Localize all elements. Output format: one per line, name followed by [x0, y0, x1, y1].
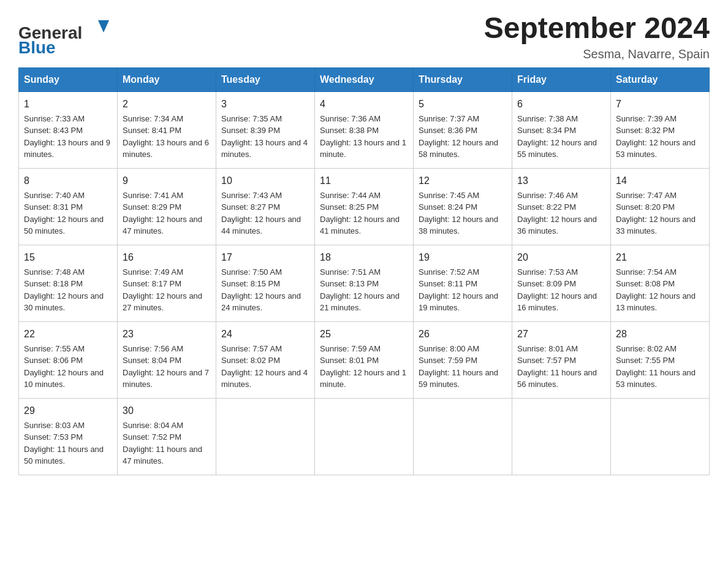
day-info: Sunrise: 7:34 AMSunset: 8:41 PMDaylight:…: [123, 113, 211, 161]
svg-text:Blue: Blue: [18, 38, 56, 57]
calendar-cell: 11Sunrise: 7:44 AMSunset: 8:25 PMDayligh…: [315, 168, 414, 245]
page-header: General Blue September 2024 Sesma, Navar…: [18, 12, 710, 61]
calendar-cell: 29Sunrise: 8:03 AMSunset: 7:53 PMDayligh…: [19, 398, 118, 475]
calendar-title: September 2024: [484, 12, 710, 45]
day-info: Sunrise: 7:39 AMSunset: 8:32 PMDaylight:…: [616, 113, 704, 161]
calendar-week-row: 8Sunrise: 7:40 AMSunset: 8:31 PMDaylight…: [19, 168, 710, 245]
weekday-header-monday: Monday: [118, 67, 216, 91]
day-number: 4: [320, 97, 408, 112]
calendar-cell: 30Sunrise: 8:04 AMSunset: 7:52 PMDayligh…: [118, 398, 216, 475]
day-info: Sunrise: 7:37 AMSunset: 8:36 PMDaylight:…: [419, 113, 507, 161]
day-info: Sunrise: 7:47 AMSunset: 8:20 PMDaylight:…: [616, 190, 704, 237]
day-info: Sunrise: 7:55 AMSunset: 8:06 PMDaylight:…: [24, 343, 112, 391]
calendar-cell: 1Sunrise: 7:33 AMSunset: 8:43 PMDaylight…: [19, 91, 118, 168]
logo-svg: General Blue: [18, 15, 116, 58]
calendar-cell: 17Sunrise: 7:50 AMSunset: 8:15 PMDayligh…: [216, 245, 315, 321]
calendar-cell: 10Sunrise: 7:43 AMSunset: 8:27 PMDayligh…: [216, 168, 315, 245]
day-info: Sunrise: 7:33 AMSunset: 8:43 PMDaylight:…: [24, 113, 112, 161]
logo: General Blue: [18, 15, 116, 58]
day-number: 17: [221, 250, 309, 265]
calendar-cell: 25Sunrise: 7:59 AMSunset: 8:01 PMDayligh…: [315, 321, 414, 398]
weekday-header-tuesday: Tuesday: [216, 67, 315, 91]
calendar-cell: [512, 398, 611, 475]
calendar-cell: 27Sunrise: 8:01 AMSunset: 7:57 PMDayligh…: [512, 321, 611, 398]
day-info: Sunrise: 7:59 AMSunset: 8:01 PMDaylight:…: [320, 343, 408, 391]
calendar-cell: 15Sunrise: 7:48 AMSunset: 8:18 PMDayligh…: [19, 245, 118, 321]
day-info: Sunrise: 7:41 AMSunset: 8:29 PMDaylight:…: [123, 190, 211, 237]
day-info: Sunrise: 7:45 AMSunset: 8:24 PMDaylight:…: [419, 190, 507, 237]
day-number: 3: [221, 97, 309, 112]
day-info: Sunrise: 7:49 AMSunset: 8:17 PMDaylight:…: [123, 266, 211, 314]
day-number: 11: [320, 174, 408, 188]
calendar-cell: [315, 398, 414, 475]
day-number: 26: [419, 327, 507, 342]
calendar-cell: 12Sunrise: 7:45 AMSunset: 8:24 PMDayligh…: [414, 168, 512, 245]
day-info: Sunrise: 8:03 AMSunset: 7:53 PMDaylight:…: [24, 419, 112, 467]
day-number: 8: [24, 174, 112, 188]
day-info: Sunrise: 8:00 AMSunset: 7:59 PMDaylight:…: [419, 343, 507, 391]
weekday-header-thursday: Thursday: [414, 67, 512, 91]
day-number: 22: [24, 327, 112, 342]
day-number: 28: [616, 327, 704, 342]
day-info: Sunrise: 7:48 AMSunset: 8:18 PMDaylight:…: [24, 266, 112, 314]
calendar-cell: 3Sunrise: 7:35 AMSunset: 8:39 PMDaylight…: [216, 91, 315, 168]
weekday-header-wednesday: Wednesday: [315, 67, 414, 91]
calendar-cell: 2Sunrise: 7:34 AMSunset: 8:41 PMDaylight…: [118, 91, 216, 168]
calendar-week-row: 1Sunrise: 7:33 AMSunset: 8:43 PMDaylight…: [19, 91, 710, 168]
day-number: 18: [320, 250, 408, 265]
calendar-table: SundayMondayTuesdayWednesdayThursdayFrid…: [18, 67, 710, 475]
day-info: Sunrise: 7:51 AMSunset: 8:13 PMDaylight:…: [320, 266, 408, 314]
calendar-cell: 5Sunrise: 7:37 AMSunset: 8:36 PMDaylight…: [414, 91, 512, 168]
day-info: Sunrise: 7:44 AMSunset: 8:25 PMDaylight:…: [320, 190, 408, 237]
calendar-cell: 19Sunrise: 7:52 AMSunset: 8:11 PMDayligh…: [414, 245, 512, 321]
calendar-cell: 22Sunrise: 7:55 AMSunset: 8:06 PMDayligh…: [19, 321, 118, 398]
calendar-cell: 28Sunrise: 8:02 AMSunset: 7:55 PMDayligh…: [611, 321, 710, 398]
calendar-cell: 21Sunrise: 7:54 AMSunset: 8:08 PMDayligh…: [611, 245, 710, 321]
calendar-subtitle: Sesma, Navarre, Spain: [484, 47, 710, 61]
day-number: 12: [419, 174, 507, 188]
calendar-cell: 13Sunrise: 7:46 AMSunset: 8:22 PMDayligh…: [512, 168, 611, 245]
day-info: Sunrise: 7:35 AMSunset: 8:39 PMDaylight:…: [221, 113, 309, 161]
weekday-header-friday: Friday: [512, 67, 611, 91]
calendar-week-row: 22Sunrise: 7:55 AMSunset: 8:06 PMDayligh…: [19, 321, 710, 398]
title-section: September 2024 Sesma, Navarre, Spain: [484, 12, 710, 61]
day-number: 29: [24, 404, 112, 418]
day-number: 14: [616, 174, 704, 188]
day-number: 10: [221, 174, 309, 188]
day-number: 6: [517, 97, 605, 112]
day-info: Sunrise: 7:46 AMSunset: 8:22 PMDaylight:…: [517, 190, 605, 237]
weekday-header-sunday: Sunday: [19, 67, 118, 91]
calendar-cell: 18Sunrise: 7:51 AMSunset: 8:13 PMDayligh…: [315, 245, 414, 321]
day-number: 13: [517, 174, 605, 188]
day-info: Sunrise: 7:57 AMSunset: 8:02 PMDaylight:…: [221, 343, 309, 391]
weekday-header-row: SundayMondayTuesdayWednesdayThursdayFrid…: [19, 67, 710, 91]
day-info: Sunrise: 7:56 AMSunset: 8:04 PMDaylight:…: [123, 343, 211, 391]
page-container: General Blue September 2024 Sesma, Navar…: [0, 0, 728, 494]
calendar-cell: 23Sunrise: 7:56 AMSunset: 8:04 PMDayligh…: [118, 321, 216, 398]
calendar-cell: 26Sunrise: 8:00 AMSunset: 7:59 PMDayligh…: [414, 321, 512, 398]
calendar-cell: 9Sunrise: 7:41 AMSunset: 8:29 PMDaylight…: [118, 168, 216, 245]
day-number: 30: [123, 404, 211, 418]
svg-marker-1: [98, 20, 109, 33]
day-number: 27: [517, 327, 605, 342]
day-info: Sunrise: 8:01 AMSunset: 7:57 PMDaylight:…: [517, 343, 605, 391]
calendar-week-row: 29Sunrise: 8:03 AMSunset: 7:53 PMDayligh…: [19, 398, 710, 475]
day-number: 23: [123, 327, 211, 342]
day-number: 15: [24, 250, 112, 265]
day-number: 24: [221, 327, 309, 342]
weekday-header-saturday: Saturday: [611, 67, 710, 91]
day-number: 9: [123, 174, 211, 188]
day-number: 2: [123, 97, 211, 112]
calendar-cell: 6Sunrise: 7:38 AMSunset: 8:34 PMDaylight…: [512, 91, 611, 168]
day-number: 19: [419, 250, 507, 265]
day-info: Sunrise: 7:52 AMSunset: 8:11 PMDaylight:…: [419, 266, 507, 314]
day-info: Sunrise: 7:54 AMSunset: 8:08 PMDaylight:…: [616, 266, 704, 314]
day-info: Sunrise: 8:04 AMSunset: 7:52 PMDaylight:…: [123, 419, 211, 467]
calendar-cell: 20Sunrise: 7:53 AMSunset: 8:09 PMDayligh…: [512, 245, 611, 321]
calendar-cell: 8Sunrise: 7:40 AMSunset: 8:31 PMDaylight…: [19, 168, 118, 245]
day-info: Sunrise: 8:02 AMSunset: 7:55 PMDaylight:…: [616, 343, 704, 391]
day-number: 1: [24, 97, 112, 112]
day-number: 25: [320, 327, 408, 342]
calendar-cell: [216, 398, 315, 475]
day-number: 5: [419, 97, 507, 112]
